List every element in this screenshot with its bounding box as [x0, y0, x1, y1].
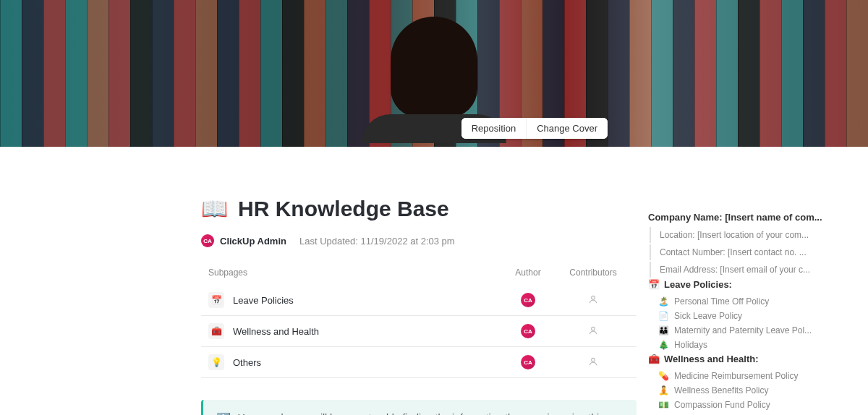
calendar-icon: 📅 — [648, 279, 660, 290]
subpage-row-leave-policies[interactable]: 📅 Leave Policies CA — [201, 285, 637, 316]
svg-point-0 — [592, 296, 595, 299]
last-updated: Last Updated: 11/19/2022 at 2:03 pm — [299, 236, 455, 247]
sidebar-link-wellness[interactable]: 🧘Wellness Benefits Policy — [648, 383, 846, 398]
person-icon — [588, 356, 598, 367]
author-row: CA ClickUp Admin Last Updated: 11/19/202… — [201, 234, 637, 247]
location-field[interactable]: Location: [Insert location of your com..… — [650, 227, 846, 243]
island-icon: 🏝️ — [658, 296, 670, 307]
page-icon[interactable]: 📖 — [201, 196, 228, 221]
tree-icon: 🎄 — [658, 340, 670, 350]
author-name: ClickUp Admin — [220, 236, 286, 247]
contributors-cell — [557, 356, 629, 369]
cover-actions: Reposition Change Cover — [461, 118, 608, 139]
subpage-name: Leave Policies — [233, 295, 499, 306]
reposition-button[interactable]: Reposition — [461, 118, 527, 139]
sidebar-link-sick[interactable]: 📄Sick Leave Policy — [648, 309, 846, 323]
col-header-subpages: Subpages — [208, 268, 499, 278]
sidebar-link-pto[interactable]: 🏝️Personal Time Off Policy — [648, 294, 846, 309]
sidebar-link-holidays[interactable]: 🎄Holidays — [648, 338, 846, 352]
subpages-header: Subpages Author Contributors — [201, 268, 637, 285]
calendar-icon: 📅 — [208, 292, 224, 308]
pill-icon: 💊 — [658, 371, 670, 381]
subpage-row-wellness[interactable]: 🧰 Wellness and Health CA — [201, 316, 637, 347]
contributors-cell — [557, 294, 629, 307]
contact-field[interactable]: Contact Number: [Insert contact no. ... — [650, 244, 846, 260]
doc-icon: 📄 — [658, 311, 670, 321]
subpage-author: CA — [499, 324, 557, 338]
money-icon: 💵 — [658, 400, 670, 410]
subpage-name: Others — [233, 357, 499, 368]
svg-point-1 — [592, 327, 595, 330]
email-field[interactable]: Email Address: [Insert email of your c..… — [650, 262, 846, 278]
col-header-author: Author — [499, 268, 557, 278]
toolbox-icon: 🧰 — [648, 354, 660, 364]
contributors-cell — [557, 325, 629, 338]
company-name-heading[interactable]: Company Name: [Insert name of com... — [648, 212, 846, 223]
col-header-contributors: Contributors — [557, 268, 629, 278]
family-icon: 👪 — [658, 325, 670, 335]
change-cover-button[interactable]: Change Cover — [527, 118, 608, 139]
sidebar-link-medicine[interactable]: 💊Medicine Reimbursement Policy — [648, 369, 846, 383]
subpage-author: CA — [499, 293, 557, 307]
bulb-icon: 💡 — [208, 354, 224, 370]
author-avatar[interactable]: CA — [201, 234, 214, 247]
wellness-heading[interactable]: 🧰 Wellness and Health: — [648, 354, 846, 364]
person-icon — [588, 325, 598, 335]
subpage-author: CA — [499, 355, 557, 369]
page-title[interactable]: HR Knowledge Base — [238, 197, 449, 221]
page-title-row: 📖 HR Knowledge Base — [201, 196, 637, 221]
toolbox-icon: 🧰 — [208, 323, 224, 339]
person-icon — [588, 294, 598, 304]
yoga-icon: 🧘 — [658, 385, 670, 395]
subpage-row-others[interactable]: 💡 Others CA — [201, 347, 637, 378]
outline-sidebar: Company Name: [Insert name of com... Loc… — [637, 147, 868, 415]
svg-point-2 — [592, 358, 595, 361]
callout-text: Your employees will have no trouble find… — [238, 410, 624, 415]
subpage-name: Wellness and Health — [233, 326, 499, 337]
sidebar-link-maternity[interactable]: 👪Maternity and Paternity Leave Pol... — [648, 323, 846, 338]
info-icon: ℹ️ — [216, 410, 231, 415]
cover-banner: Reposition Change Cover — [0, 0, 868, 147]
info-callout: ℹ️ Your employees will have no trouble f… — [201, 400, 637, 415]
sidebar-link-compassion[interactable]: 💵Compassion Fund Policy — [648, 398, 846, 412]
leave-policies-heading[interactable]: 📅 Leave Policies: — [648, 279, 846, 290]
